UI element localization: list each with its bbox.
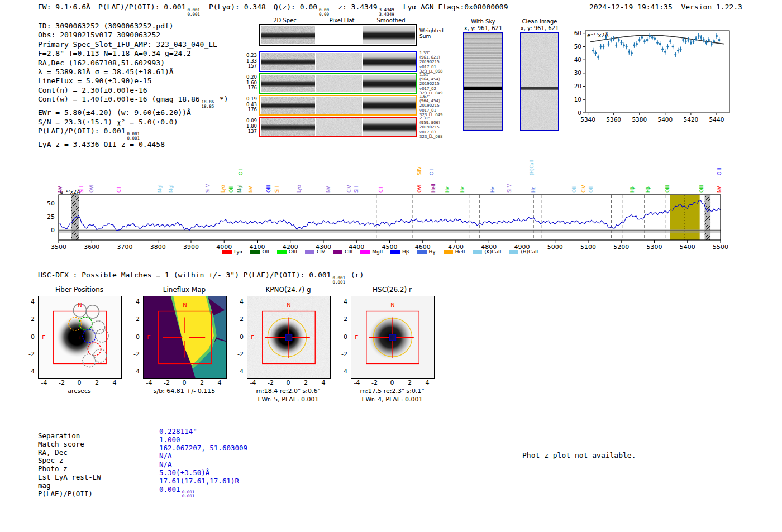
spectrum-xtick: 3500 <box>49 243 69 251</box>
legend-item: OII <box>250 249 269 255</box>
svg-text:N: N <box>390 302 394 308</box>
emission-line-label: OII <box>589 186 594 193</box>
svg-text:0: 0 <box>578 109 581 116</box>
cutout-xtick: 0 <box>282 379 295 386</box>
svg-text:N: N <box>287 302 290 308</box>
cutout-ytick: -2 <box>336 351 347 358</box>
spectrum-legend: LyαOIIOIIICIVCIIIMgIIHβHγHeII(K)CaII(H)C… <box>222 249 538 255</box>
match-table-values: 0.228114"1.000162.067207, 51.603009N/AN/… <box>159 428 247 499</box>
spectrum-ytick: 0 <box>40 227 55 234</box>
spec2d-row-left-labels: 0.190.43176 <box>244 97 257 113</box>
spec2d-cell-noise <box>261 26 315 44</box>
cutout-xtick: 2 <box>299 379 312 386</box>
legend-label: CIV <box>317 249 325 255</box>
spectrum-xtick: 5300 <box>645 243 665 251</box>
emission-line-label: MgII <box>237 183 242 193</box>
cutout-ytick: 0 <box>232 333 244 341</box>
legend-item: OIII <box>277 249 297 255</box>
emission-line-label: OIII <box>699 185 704 193</box>
emission-line-label: Lyα <box>221 185 226 193</box>
emission-line-label: CIII <box>117 185 122 193</box>
legend-swatch <box>250 250 260 254</box>
legend-swatch <box>222 250 232 254</box>
sky-panel-title: With Skyx, y: 961, 621 <box>457 18 509 32</box>
cutout-xtick: 4 <box>317 379 330 386</box>
emission-line-label: Hβ <box>646 186 651 193</box>
spec2d-cell-noise <box>261 53 315 70</box>
spec2d-col-title: 2D Spec <box>260 17 310 23</box>
spec2d-fiber-row <box>259 95 417 116</box>
legend-swatch <box>277 250 287 254</box>
match-table-value: 162.067207, 51.603009 <box>159 444 247 453</box>
spectrum-xtick: 5200 <box>611 243 631 251</box>
legend-swatch <box>305 250 314 254</box>
spectrum-xtick: 3900 <box>181 243 201 251</box>
emission-line-label: Hε <box>531 187 536 193</box>
legend-item: CIV <box>305 249 325 255</box>
cutout-xtick: -4 <box>37 379 51 386</box>
stacked-uncertainty: 0.0010.001 <box>187 8 200 16</box>
emission-line-label: Hγ <box>490 186 495 193</box>
spec2d-cell-smooth <box>363 97 416 114</box>
match-table-label: Photo z <box>38 465 101 473</box>
emission-line-label: CIV <box>581 185 586 193</box>
cutout-plot-img_r: NE <box>351 296 435 379</box>
match-table-value: 1.000 <box>159 436 247 444</box>
info-line: F=2.8" T=0.113 N=1.18 A=0.34 g=24.2 <box>38 49 228 58</box>
svg-text:5440: 5440 <box>709 116 724 123</box>
match-table-value: 0.228114" <box>159 428 247 436</box>
cutout-xtick: -2 <box>368 379 382 386</box>
cutout-xtick: 4 <box>421 379 434 386</box>
match-table-value: 5.30(±3.50)Å <box>159 469 247 477</box>
info-line: λ = 5389.81Å σ = 38.45(±18.61)Å <box>38 68 228 76</box>
detection-info-block: ID: 3090063252 (3090063252.pdf)Obs: 2019… <box>38 22 228 149</box>
cutout-ytick: 2 <box>232 315 244 323</box>
spec2d-cell-flat <box>316 97 362 114</box>
sky-panel-image-clean <box>520 32 559 131</box>
cutout-xtick: 0 <box>385 379 399 386</box>
emission-line-label: (H)CaII <box>530 160 535 175</box>
spec2d-row-left-labels: 0.091.80137 <box>244 118 257 135</box>
spectrum-xtick: 5500 <box>711 243 731 251</box>
emission-line-label: OII <box>239 169 244 175</box>
emission-line-label: Hγ <box>445 186 450 193</box>
svg-text:E: E <box>147 334 150 341</box>
emission-line-label: SiII <box>79 186 84 193</box>
svg-text:E: E <box>355 334 358 341</box>
legend-label: Hγ <box>429 249 436 255</box>
legend-item: Lyα <box>222 249 242 255</box>
report-version: Version 1.22.3 <box>681 3 742 11</box>
legend-item: CIII <box>333 249 352 255</box>
stacked-uncertainty: 0.0010.001 <box>182 490 195 499</box>
svg-text:5360: 5360 <box>606 116 621 123</box>
cutout-xtick: 2 <box>403 379 416 386</box>
svg-text:60: 60 <box>574 30 581 36</box>
legend-label: (H)CaII <box>521 249 538 255</box>
spec2d-row-left-labels: 0.201.60176 <box>244 75 257 91</box>
spec2d-weighted-label: WeightedSum <box>419 28 444 39</box>
spec2d-cell-smooth <box>363 118 416 136</box>
legend-item: MgII <box>360 249 383 255</box>
spec2d-cell-white <box>316 26 362 44</box>
cutout-xtick: -4 <box>350 379 364 386</box>
emission-line-label: Hγ <box>460 186 465 193</box>
info-line: LineFlux = 5.90(±3.90)e-15 <box>38 76 228 85</box>
match-table-labels: SeparationMatch scoreRA, DecSpec zPhoto … <box>38 432 101 498</box>
svg-text:e⁻¹⁷x2Å: e⁻¹⁷x2Å <box>587 32 609 39</box>
hscdex-matches-line: HSC-DEX : Possible Matches = 1 (within +… <box>38 271 364 284</box>
spec2d-col-title: Pixel Flat <box>317 17 367 23</box>
stacked-uncertainty: 3.43493.4349 <box>379 8 394 16</box>
cutout-ytick: 4 <box>232 298 244 305</box>
match-table-label: Spec z <box>38 457 101 465</box>
emission-line-label: HeII <box>431 184 436 193</box>
svg-text:30: 30 <box>574 69 581 76</box>
cutout-title-img_r: HSC(26.2) r <box>340 286 445 294</box>
cutout-ytick: 0 <box>336 333 347 341</box>
emission-line-label: NV <box>717 186 722 193</box>
info-line: P(LAE)/P(OII): 0.0010.0010.001 <box>38 127 228 140</box>
cutout-ytick: 0 <box>23 333 35 341</box>
emission-line-label: CII <box>379 187 384 193</box>
emission-line-label: OII <box>229 186 234 193</box>
svg-text:20: 20 <box>574 83 581 89</box>
match-table-label: Separation <box>38 432 101 440</box>
